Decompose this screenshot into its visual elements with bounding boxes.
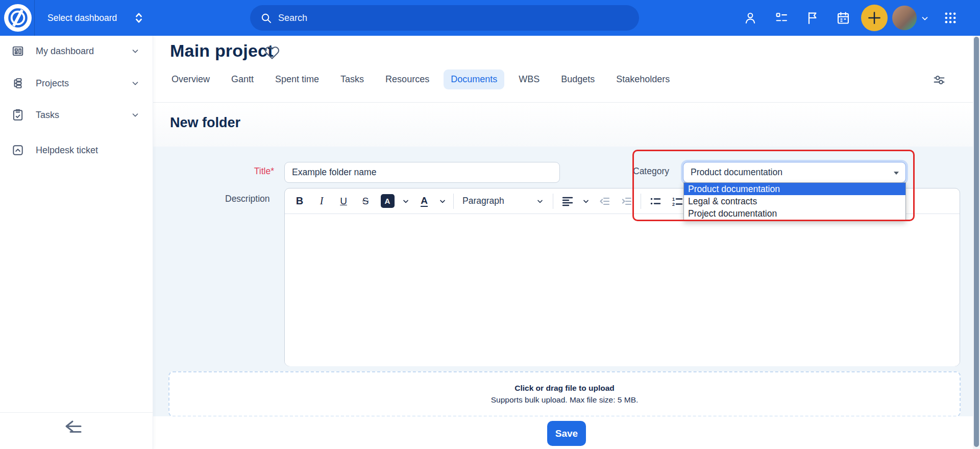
align-chevron-icon[interactable] <box>582 197 590 205</box>
projects-tree-icon <box>11 77 24 90</box>
indent-button[interactable] <box>619 193 634 209</box>
description-editor-body[interactable] <box>285 214 960 366</box>
category-option[interactable]: Project documentation <box>684 207 905 220</box>
search-icon <box>260 12 272 24</box>
calendar-icon[interactable] <box>836 11 850 25</box>
sidebar-divider <box>0 412 153 413</box>
description-field-label: Description <box>225 194 270 204</box>
new-folder-band: New folder <box>153 103 973 147</box>
project-tabs: Overview Gantt Spent time Tasks Resource… <box>164 69 677 89</box>
tab-documents[interactable]: Documents <box>444 69 504 89</box>
sidebar-item-label: My dashboard <box>36 46 94 57</box>
top-navbar: Select dashboard Search <box>0 0 980 36</box>
apps-grid-icon[interactable] <box>943 11 958 25</box>
tab-overview[interactable]: Overview <box>164 69 217 89</box>
tab-budgets[interactable]: Budgets <box>554 69 602 89</box>
upload-instruction: Click or drag file to upload <box>514 384 615 393</box>
tab-wbs[interactable]: WBS <box>511 69 547 89</box>
chevron-down-icon <box>536 197 544 205</box>
tab-spent-time[interactable]: Spent time <box>268 69 326 89</box>
toolbar-separator <box>641 194 641 209</box>
sidebar-item-my-dashboard[interactable]: My dashboard <box>0 39 153 63</box>
section-heading: New folder <box>170 115 240 131</box>
sidebar-item-label: Projects <box>36 78 69 89</box>
new-folder-form: Title* Category Product documentation Pr… <box>153 147 973 416</box>
sidebar-item-label: Helpdesk ticket <box>36 145 98 156</box>
underline-button[interactable]: U <box>336 193 351 209</box>
sidebar-item-tasks[interactable]: Tasks <box>0 103 153 127</box>
collapse-sidebar-button[interactable] <box>60 416 87 439</box>
svg-text:2: 2 <box>672 202 675 207</box>
category-option[interactable]: Legal & contracts <box>684 195 905 207</box>
search-placeholder: Search <box>278 13 307 23</box>
numbered-list-button[interactable]: 1 2 <box>670 193 685 209</box>
select-caret-icon <box>894 172 899 175</box>
category-dropdown-list: Product documentation Legal & contracts … <box>683 182 906 221</box>
text-color-button[interactable]: A <box>421 196 428 207</box>
unfold-chevrons-icon[interactable] <box>132 11 146 25</box>
paragraph-style-label: Paragraph <box>462 196 504 206</box>
favorite-heart-icon[interactable] <box>264 45 280 60</box>
flag-icon[interactable] <box>805 11 820 25</box>
outdent-button[interactable] <box>597 193 612 209</box>
upload-hint: Supports bulk upload. Max file size: 5 M… <box>491 395 639 405</box>
project-header: Main project Overview Gantt Spent time T… <box>153 36 973 103</box>
create-new-button[interactable] <box>861 5 888 31</box>
category-field-label: Category <box>633 166 669 177</box>
category-select[interactable]: Product documentation <box>683 162 906 183</box>
category-selected-value: Product documentation <box>691 167 782 178</box>
tasks-clipboard-icon <box>11 108 24 122</box>
helpdesk-icon <box>11 144 24 157</box>
background-color-button[interactable]: A <box>381 194 395 208</box>
paragraph-style-dropdown[interactable]: Paragraph <box>460 196 546 206</box>
page-settings-sliders-icon[interactable] <box>932 73 946 87</box>
left-sidebar: My dashboard Projects <box>0 36 153 449</box>
tab-gantt[interactable]: Gantt <box>224 69 261 89</box>
background-color-chevron-icon[interactable] <box>402 197 410 205</box>
sidebar-item-projects[interactable]: Projects <box>0 72 153 95</box>
file-upload-dropzone[interactable]: Click or drag file to upload Supports bu… <box>168 371 961 417</box>
dashboard-icon <box>11 44 24 58</box>
tab-tasks[interactable]: Tasks <box>333 69 371 89</box>
plus-icon <box>867 10 882 26</box>
save-button[interactable]: Save <box>547 421 586 446</box>
chevron-down-icon[interactable] <box>131 79 140 88</box>
strikethrough-button[interactable]: S <box>358 193 373 209</box>
page-title: Main project <box>170 41 274 61</box>
bold-button[interactable]: B <box>292 193 307 209</box>
sidebar-item-helpdesk-ticket[interactable]: Helpdesk ticket <box>0 138 153 162</box>
search-input[interactable]: Search <box>250 5 639 31</box>
bullet-list-button[interactable] <box>648 193 663 209</box>
vertical-scrollbar <box>973 36 980 449</box>
easy-project-logo-icon <box>4 4 32 32</box>
app-root: Select dashboard Search <box>0 0 980 449</box>
select-dashboard-button[interactable]: Select dashboard <box>47 0 117 36</box>
form-footer: Save <box>153 416 973 449</box>
chevron-down-icon[interactable] <box>131 46 140 56</box>
app-logo[interactable] <box>4 4 32 32</box>
sidebar-item-label: Tasks <box>36 110 59 121</box>
title-field-label: Title* <box>225 166 274 177</box>
italic-button[interactable]: I <box>314 193 329 209</box>
toolbar-separator <box>453 194 454 209</box>
svg-text:1: 1 <box>672 196 675 201</box>
avatar-chevron-down-icon[interactable] <box>920 14 929 23</box>
title-input[interactable] <box>284 162 560 183</box>
chevron-down-icon[interactable] <box>131 110 140 120</box>
toolbar-separator <box>553 194 553 209</box>
navbar-divider <box>34 0 35 36</box>
tab-stakeholders[interactable]: Stakeholders <box>609 69 677 89</box>
user-avatar[interactable] <box>892 6 917 30</box>
align-left-button[interactable] <box>560 193 575 209</box>
category-option[interactable]: Product documentation <box>684 183 905 195</box>
scrollbar-thumb[interactable] <box>974 37 979 447</box>
user-icon[interactable] <box>743 11 757 25</box>
task-list-icon[interactable] <box>774 11 789 25</box>
tab-resources[interactable]: Resources <box>378 69 436 89</box>
collapse-arrow-icon <box>62 418 85 437</box>
text-color-chevron-icon[interactable] <box>438 197 447 205</box>
